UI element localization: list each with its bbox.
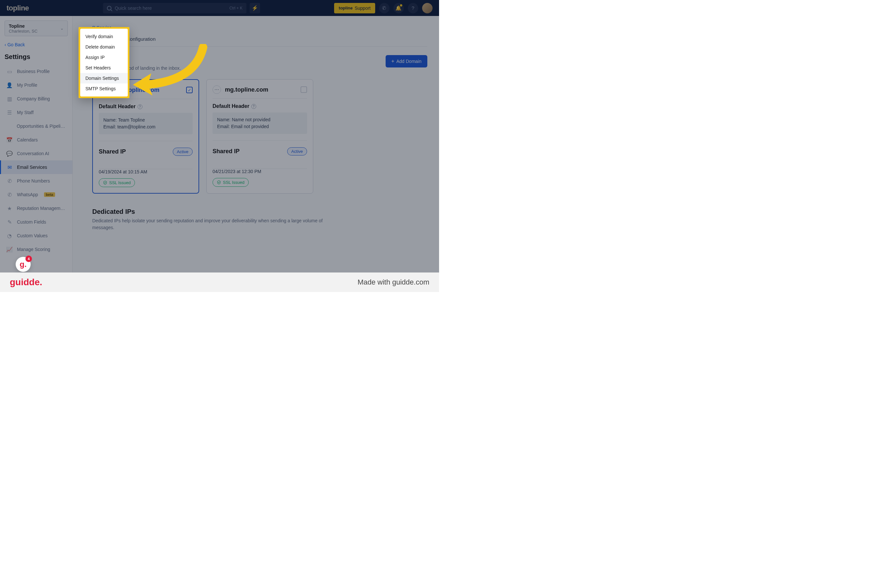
search-shortcut: Ctrl + K (230, 6, 243, 10)
topbar-right: topline Support ✆ 🔔 ? (334, 3, 432, 14)
question-icon: ? (412, 5, 414, 11)
ip-status-badge: Active (287, 147, 307, 156)
sidebar-item-my-staff[interactable]: ☰My Staff (0, 106, 72, 119)
domain-timestamp: 04/19/2024 at 10:15 AM (99, 169, 193, 174)
domain-timestamp: 04/21/2023 at 12:30 PM (213, 169, 307, 174)
search-wrap: Quick search here Ctrl + K ⚡ (103, 3, 260, 14)
bolt-button[interactable]: ⚡ (250, 3, 260, 14)
menu-item-domain-settings[interactable]: Domain Settings (80, 73, 128, 84)
go-back-label: Go Back (8, 42, 25, 47)
billing-icon: ▥ (6, 96, 12, 102)
default-header-box: Name:Team Topline Email:team@topline.com (99, 113, 193, 134)
menu-item-verify-domain[interactable]: Verify domain (80, 31, 128, 42)
menu-item-delete-domain[interactable]: Delete domain (80, 42, 128, 52)
sidebar-item-custom-fields[interactable]: ✎Custom Fields (0, 215, 72, 229)
shield-icon (217, 180, 221, 184)
help-button[interactable]: ? (408, 3, 418, 14)
sidebar-item-label: Reputation Management (17, 206, 66, 211)
sidebar-item-reputation-management[interactable]: ★Reputation Management (0, 201, 72, 215)
sidebar-item-label: Business Profile (17, 69, 50, 74)
sidebar-item-label: Manage Scoring (17, 247, 50, 252)
domain-cards: ⋯ hello.topline.com ✓ Default Header ? N… (92, 79, 427, 194)
guidde-badge[interactable]: g. 4 (16, 257, 31, 272)
bell-icon: 🔔 (395, 5, 402, 11)
sidebar-item-whatsapp[interactable]: ✆WhatsAppbeta (0, 188, 72, 201)
avatar[interactable] (422, 3, 432, 14)
domain-card: ⋯ mg.topline.com Default Header ? Name:N… (206, 79, 313, 194)
sidebar-heading: Settings (5, 53, 68, 61)
star-icon: ★ (6, 206, 12, 211)
sidebar-item-label: Calendars (17, 137, 38, 142)
email-label: Email: (104, 123, 116, 130)
phone-icon: ✆ (382, 5, 386, 11)
calendar-icon: 📅 (6, 137, 12, 143)
guidde-logo: guidde. (10, 277, 42, 288)
guidde-footer: guidde. Made with guidde.com (0, 273, 439, 292)
sidebar-item-label: Conversation AI (17, 151, 49, 156)
sidebar-item-company-billing[interactable]: ▥Company Billing (0, 92, 72, 106)
pipeline-icon (6, 123, 12, 129)
support-label: Support (355, 6, 371, 11)
org-name: Topline (9, 24, 58, 28)
domain-more-button[interactable]: ⋯ (213, 86, 221, 94)
org-text: Topline Charleston, SC (9, 24, 58, 34)
default-header-label: Default Header ? (213, 104, 307, 109)
sidebar-item-phone-numbers[interactable]: ✆Phone Numbers (0, 174, 72, 188)
brand-logo: topline (6, 4, 29, 12)
chevron-down-icon: ⌄ (60, 26, 63, 31)
add-domain-label: Add Domain (396, 58, 422, 64)
sidebar-item-conversation-ai[interactable]: 💬Conversation AI (0, 147, 72, 160)
values-icon: ◔ (6, 233, 12, 238)
sidebar-item-opportunities-pipelin[interactable]: Opportunities & Pipelin… (0, 119, 72, 133)
menu-item-smtp-settings[interactable]: SMTP Settings (80, 84, 128, 94)
notifications-button[interactable]: 🔔 (393, 3, 404, 14)
ellipsis-icon: ⋯ (215, 87, 219, 92)
quick-search[interactable]: Quick search here Ctrl + K (103, 3, 246, 14)
sidebar-item-business-profile[interactable]: ▭Business Profile (0, 64, 72, 78)
sidebar-item-label: Phone Numbers (17, 178, 50, 183)
sidebar-item-custom-values[interactable]: ◔Custom Values (0, 229, 72, 243)
call-button[interactable]: ✆ (379, 3, 390, 14)
shared-ip-label: Shared IP (99, 148, 126, 155)
menu-item-assign-ip[interactable]: Assign IP (80, 52, 128, 63)
check-icon: ✓ (188, 88, 191, 93)
layout: Topline Charleston, SC ⌄ ‹ Go Back Setti… (0, 16, 439, 292)
info-icon: ? (251, 104, 256, 109)
default-header-label: Default Header ? (99, 104, 193, 110)
beta-badge: beta (44, 192, 56, 197)
whatsapp-icon: ✆ (6, 192, 12, 198)
support-button[interactable]: topline Support (334, 3, 375, 14)
menu-item-set-headers[interactable]: Set Headers (80, 63, 128, 73)
default-header-box: Name:Name not provided Email:Email not p… (213, 112, 307, 134)
sidebar-item-calendars[interactable]: 📅Calendars (0, 133, 72, 147)
ip-status-badge: Active (173, 148, 193, 156)
guidde-badge-count: 4 (26, 255, 32, 262)
sidebar-item-label: Opportunities & Pipelin… (17, 123, 66, 129)
topbar: topline Quick search here Ctrl + K ⚡ top… (0, 0, 439, 16)
domain-select-checkbox[interactable] (300, 86, 307, 93)
breadcrumb[interactable]: P Service (92, 25, 427, 30)
sidebar-item-email-services[interactable]: ✉Email Services (0, 160, 72, 174)
sidebar-item-label: Custom Values (17, 233, 48, 238)
header-name-value: Name not provided (232, 116, 270, 123)
ssl-badge: SSL Issued (213, 178, 249, 187)
plus-icon: + (392, 58, 395, 64)
sidebar-item-manage-scoring[interactable]: 📈Manage Scoring (0, 243, 72, 256)
info-icon: ? (138, 104, 143, 109)
scoring-icon: 📈 (6, 246, 12, 252)
sidebar-item-label: WhatsApp (17, 192, 38, 197)
sidebar: Topline Charleston, SC ⌄ ‹ Go Back Setti… (0, 16, 73, 292)
sidebar-item-my-profile[interactable]: 👤My Profile (0, 78, 72, 92)
shared-ip-label: Shared IP (213, 148, 240, 155)
bolt-icon: ⚡ (252, 5, 258, 11)
domain-name: mg.topline.com (225, 86, 297, 93)
add-domain-button[interactable]: + Add Domain (386, 55, 427, 68)
go-back-link[interactable]: ‹ Go Back (5, 42, 68, 47)
domain-select-checkbox[interactable]: ✓ (186, 87, 193, 93)
sidebar-item-label: Company Billing (17, 96, 50, 101)
dedicated-ips-title: Dedicated IPs (92, 208, 427, 216)
name-label: Name: (104, 117, 117, 123)
org-switcher[interactable]: Topline Charleston, SC ⌄ (5, 21, 68, 36)
support-logo: topline (339, 6, 353, 10)
sidebar-item-label: My Staff (17, 110, 34, 115)
